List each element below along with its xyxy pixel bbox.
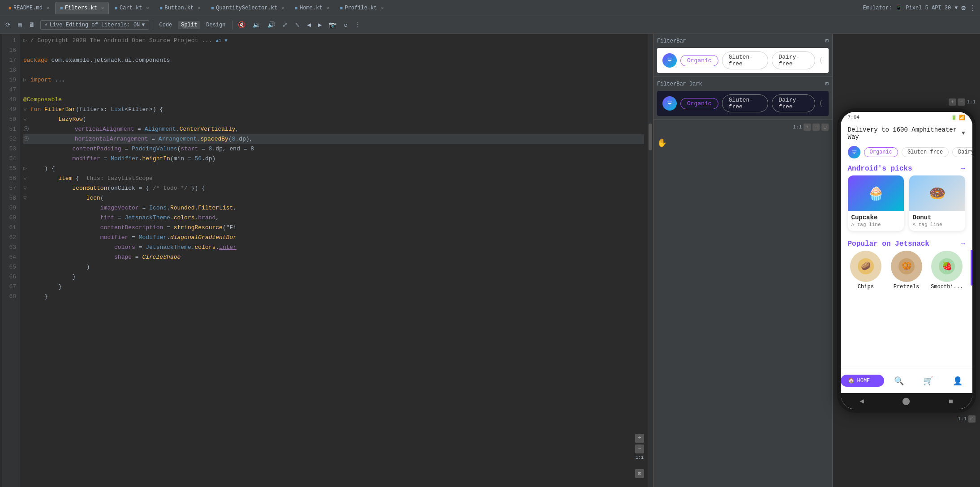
tab-profile[interactable]: ◼ Profile.kt ✕	[335, 2, 389, 14]
fold-icon-51[interactable]: ⦿	[23, 124, 29, 134]
fold-icon-58[interactable]: ▽	[23, 193, 27, 203]
popular-arrow[interactable]: →	[961, 240, 965, 248]
phone-screen: Delivery to 1600 Amphitheater Way ▼ Orga…	[841, 123, 972, 393]
preview-zoom-out[interactable]: −	[812, 124, 820, 131]
phone-filter-icon[interactable]	[848, 146, 860, 158]
vol-up-icon[interactable]: 🔊	[266, 20, 277, 30]
popular-pretzels[interactable]: 🥨 Pretzels	[888, 251, 924, 290]
tab-filters[interactable]: ◼ Filters.kt ✕	[55, 2, 109, 14]
chip-dairyfree-dark[interactable]: Dairy-free	[772, 94, 815, 112]
fold-icon-50[interactable]: ▽	[23, 115, 27, 124]
indent-58	[30, 193, 86, 203]
screenshot-icon[interactable]: 📷	[327, 20, 338, 30]
code-text[interactable]: ▷ / Copyright 2020 The Android Open Sour…	[20, 34, 648, 487]
vol-down-icon[interactable]: 🔉	[251, 20, 262, 30]
nav-profile[interactable]: 👤	[943, 376, 972, 386]
mute-icon[interactable]: 🔇	[236, 20, 247, 30]
zoom-in-btn[interactable]: +	[635, 434, 644, 443]
close-button-icon[interactable]: ✕	[198, 5, 200, 11]
split-view-btn[interactable]: Split	[178, 21, 200, 29]
expand-icon[interactable]: ⤡	[293, 20, 302, 30]
phone-zoom-in[interactable]: +	[949, 98, 956, 106]
tab-button[interactable]: ◼ Button.kt ✕	[155, 2, 205, 14]
recents-btn[interactable]: ◼	[949, 397, 953, 406]
scroll-bar[interactable]	[648, 34, 653, 487]
close-cart-icon[interactable]: ✕	[146, 5, 149, 11]
chip-dairyfree-light[interactable]: Dairy-free	[772, 51, 815, 69]
filterlist-method: FilterList	[198, 203, 233, 213]
card-cupcake[interactable]: 🧁 Cupcake A tag line	[848, 175, 904, 231]
expand-light-btn[interactable]: ⊡	[825, 38, 829, 44]
import-ellipsis: ...	[55, 75, 65, 85]
close-profile-icon[interactable]: ✕	[381, 5, 384, 11]
sync-icon[interactable]: ⟳	[4, 20, 13, 30]
preview-zoom-in[interactable]: +	[804, 124, 811, 131]
tab-home[interactable]: ◼ Home.kt ✕	[290, 2, 334, 14]
chip-glutenfree-light[interactable]: Gluten-free	[722, 51, 769, 69]
zoom-out-btn[interactable]: −	[635, 444, 644, 453]
androids-picks-arrow[interactable]: →	[961, 165, 965, 173]
expand-dark-btn[interactable]: ⊡	[825, 81, 829, 87]
code-view-btn[interactable]: Code	[157, 21, 175, 29]
icon-name: Icon	[86, 193, 100, 203]
rotate-icon[interactable]: ⤢	[280, 20, 289, 30]
phone-chip-dairy[interactable]: Dairy-free	[952, 147, 972, 157]
close-quantity-icon[interactable]: ✕	[281, 5, 284, 11]
fwd-icon[interactable]: ▶	[316, 20, 323, 30]
phone-zoom-out[interactable]: −	[958, 98, 965, 106]
close-home-icon[interactable]: ✕	[327, 5, 329, 11]
nav-home[interactable]: 🏠 HOME	[841, 375, 885, 387]
code-editor[interactable]: 1 16 17 18 19 47 48 49 50 51 52 53 54 55…	[2, 34, 653, 487]
fold-icon-52[interactable]: ⦿	[23, 134, 29, 144]
scroll-thumb[interactable]	[649, 124, 652, 150]
chip-glutenfree-dark[interactable]: Gluten-free	[722, 94, 769, 112]
phone-fit-btn[interactable]: ⊡	[968, 415, 976, 423]
fold-icon-1[interactable]: ▷	[23, 36, 27, 46]
fit-screen-btn[interactable]: ⊡	[635, 469, 644, 478]
live-dropdown[interactable]: ▼	[142, 22, 145, 28]
nav-search[interactable]: 🔍	[884, 376, 914, 386]
tab-quantity[interactable]: ◼ QuantitySelector.kt ✕	[206, 2, 289, 14]
dropdown-arrow[interactable]: ▼	[954, 5, 958, 11]
fold-icon-61	[23, 223, 27, 233]
device-mirror-icon[interactable]: 🖥	[27, 21, 37, 30]
fold-icon-55[interactable]: ▷	[23, 164, 27, 174]
home-btn[interactable]: ⬤	[902, 397, 910, 406]
filter-icon-dark[interactable]	[662, 96, 677, 111]
tab-readme[interactable]: ◼ README.md ✕	[4, 2, 54, 14]
settings-icon[interactable]: ⚙	[961, 4, 966, 13]
phone-chip-organic[interactable]: Organic	[864, 147, 898, 157]
warning-badge-1: ▲1 ▼	[216, 36, 228, 46]
live-editing-label: Live Editing of Literals: ON	[50, 22, 140, 28]
heightin-method: heightIn	[142, 154, 170, 164]
back-btn[interactable]: ◀	[860, 397, 864, 406]
close-readme-icon[interactable]: ✕	[47, 5, 49, 11]
nav-cart[interactable]: 🛒	[914, 376, 943, 386]
preview-fit[interactable]: ⊡	[821, 124, 829, 131]
chip-organic-light[interactable]: Organic	[680, 55, 718, 66]
more-icon[interactable]: ⋮	[969, 4, 976, 13]
code-comment-1: / Copyright 2020 The Android Open Source…	[30, 36, 212, 46]
layout-icon[interactable]: ▤	[16, 20, 23, 30]
device-name: Pixel 5 API 30	[906, 5, 951, 11]
design-view-btn[interactable]: Design	[203, 21, 228, 29]
fold-icon-19[interactable]: ▷	[23, 75, 27, 85]
tab-cart[interactable]: ◼ Cart.kt ✕	[110, 2, 154, 14]
back-icon[interactable]: ◀	[305, 20, 313, 30]
delivery-chevron[interactable]: ▼	[962, 130, 965, 137]
filter-icon-light[interactable]	[662, 53, 677, 68]
card-donut[interactable]: 🍩 Donut A tag line	[909, 175, 965, 231]
filterbar-name: FilterBar	[44, 105, 76, 115]
popular-chips[interactable]: 🥔 Chips	[848, 251, 884, 290]
wifi-icon: 📶	[959, 115, 965, 120]
phone-chip-gluten[interactable]: Gluten-free	[902, 147, 949, 157]
fold-icon-49[interactable]: ▽	[23, 105, 27, 115]
fold-icon-57[interactable]: ▽	[23, 184, 27, 193]
chip-organic-dark[interactable]: Organic	[680, 98, 718, 109]
undo-icon[interactable]: ↺	[342, 20, 349, 30]
popular-smoothie[interactable]: 🍓 Smoothi...	[929, 251, 965, 290]
fold-icon-56[interactable]: ▽	[23, 174, 27, 184]
live-editing-toggle[interactable]: ⚡ Live Editing of Literals: ON ▼	[40, 20, 149, 30]
close-filters-icon[interactable]: ✕	[101, 5, 104, 11]
more-toolbar-icon[interactable]: ⋮	[353, 20, 363, 30]
